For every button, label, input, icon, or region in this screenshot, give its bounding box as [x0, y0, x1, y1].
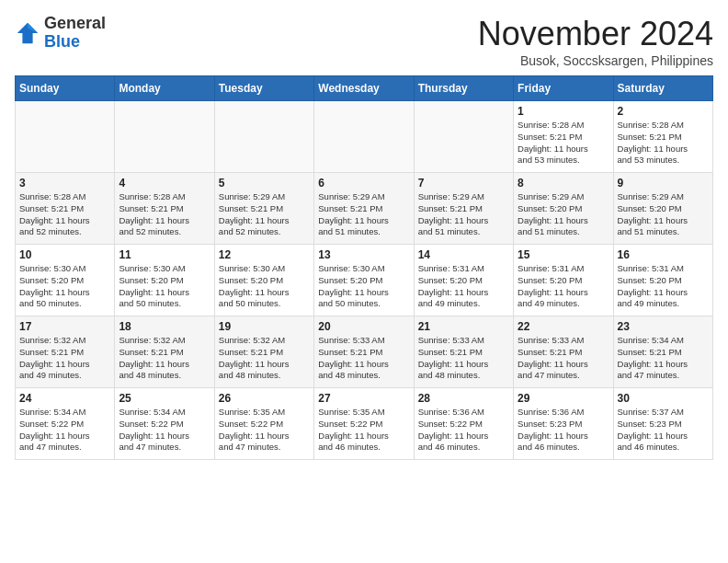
day-info: Sunrise: 5:34 AM Sunset: 5:22 PM Dayligh… — [19, 407, 110, 454]
day-info: Sunrise: 5:31 AM Sunset: 5:20 PM Dayligh… — [518, 263, 609, 310]
calendar-day-cell: 16Sunrise: 5:31 AM Sunset: 5:20 PM Dayli… — [613, 245, 712, 316]
calendar-day-cell: 27Sunrise: 5:35 AM Sunset: 5:22 PM Dayli… — [314, 388, 414, 460]
day-info: Sunrise: 5:32 AM Sunset: 5:21 PM Dayligh… — [19, 335, 110, 382]
day-info: Sunrise: 5:30 AM Sunset: 5:20 PM Dayligh… — [19, 263, 110, 310]
day-info: Sunrise: 5:31 AM Sunset: 5:20 PM Dayligh… — [418, 263, 509, 310]
day-number: 2 — [618, 105, 709, 118]
calendar-day-cell: 12Sunrise: 5:30 AM Sunset: 5:20 PM Dayli… — [214, 245, 313, 316]
calendar-day-cell: 29Sunrise: 5:36 AM Sunset: 5:23 PM Dayli… — [514, 388, 613, 460]
calendar-day-cell: 14Sunrise: 5:31 AM Sunset: 5:20 PM Dayli… — [414, 245, 513, 316]
day-number: 7 — [418, 177, 509, 190]
calendar-day-cell — [414, 101, 513, 173]
day-number: 11 — [119, 248, 210, 261]
day-info: Sunrise: 5:29 AM Sunset: 5:21 PM Dayligh… — [318, 191, 409, 238]
weekday-header: Tuesday — [214, 76, 313, 101]
calendar-day-cell: 17Sunrise: 5:32 AM Sunset: 5:21 PM Dayli… — [16, 316, 115, 388]
calendar-day-cell: 25Sunrise: 5:34 AM Sunset: 5:22 PM Dayli… — [115, 388, 214, 460]
calendar-day-cell: 18Sunrise: 5:32 AM Sunset: 5:21 PM Dayli… — [115, 316, 214, 388]
day-number: 24 — [19, 392, 110, 405]
weekday-header: Monday — [115, 76, 214, 101]
day-number: 13 — [318, 248, 409, 261]
day-number: 27 — [318, 392, 409, 405]
logo-text: General Blue — [44, 15, 106, 52]
day-info: Sunrise: 5:30 AM Sunset: 5:20 PM Dayligh… — [318, 263, 409, 310]
day-number: 5 — [219, 177, 310, 190]
day-number: 21 — [418, 320, 509, 333]
day-number: 18 — [119, 320, 210, 333]
calendar-day-cell: 13Sunrise: 5:30 AM Sunset: 5:20 PM Dayli… — [314, 245, 414, 316]
day-info: Sunrise: 5:29 AM Sunset: 5:21 PM Dayligh… — [418, 191, 509, 238]
day-number: 4 — [119, 177, 210, 190]
day-info: Sunrise: 5:29 AM Sunset: 5:20 PM Dayligh… — [618, 191, 709, 238]
calendar-day-cell — [314, 101, 414, 173]
calendar-day-cell: 23Sunrise: 5:34 AM Sunset: 5:21 PM Dayli… — [613, 316, 712, 388]
day-info: Sunrise: 5:37 AM Sunset: 5:23 PM Dayligh… — [618, 407, 709, 454]
weekday-header-row: SundayMondayTuesdayWednesdayThursdayFrid… — [16, 76, 713, 101]
calendar-day-cell — [16, 101, 115, 173]
logo: General Blue — [15, 15, 106, 52]
day-number: 9 — [618, 177, 709, 190]
day-info: Sunrise: 5:33 AM Sunset: 5:21 PM Dayligh… — [518, 335, 609, 382]
calendar-table: SundayMondayTuesdayWednesdayThursdayFrid… — [15, 75, 713, 460]
calendar-week-row: 10Sunrise: 5:30 AM Sunset: 5:20 PM Dayli… — [16, 245, 713, 316]
calendar-day-cell: 20Sunrise: 5:33 AM Sunset: 5:21 PM Dayli… — [314, 316, 414, 388]
day-number: 10 — [19, 248, 110, 261]
day-number: 28 — [418, 392, 509, 405]
calendar-week-row: 1Sunrise: 5:28 AM Sunset: 5:21 PM Daylig… — [16, 101, 713, 173]
day-number: 26 — [219, 392, 310, 405]
calendar-day-cell: 28Sunrise: 5:36 AM Sunset: 5:22 PM Dayli… — [414, 388, 513, 460]
day-info: Sunrise: 5:29 AM Sunset: 5:21 PM Dayligh… — [219, 191, 310, 238]
location: Busok, Soccsksargen, Philippines — [478, 53, 713, 68]
day-info: Sunrise: 5:28 AM Sunset: 5:21 PM Dayligh… — [19, 191, 110, 238]
calendar-day-cell: 3Sunrise: 5:28 AM Sunset: 5:21 PM Daylig… — [16, 173, 115, 245]
calendar-day-cell: 15Sunrise: 5:31 AM Sunset: 5:20 PM Dayli… — [514, 245, 613, 316]
calendar-day-cell: 1Sunrise: 5:28 AM Sunset: 5:21 PM Daylig… — [514, 101, 613, 173]
day-info: Sunrise: 5:31 AM Sunset: 5:20 PM Dayligh… — [618, 263, 709, 310]
day-info: Sunrise: 5:36 AM Sunset: 5:22 PM Dayligh… — [418, 407, 509, 454]
calendar-day-cell: 30Sunrise: 5:37 AM Sunset: 5:23 PM Dayli… — [613, 388, 712, 460]
day-info: Sunrise: 5:35 AM Sunset: 5:22 PM Dayligh… — [318, 407, 409, 454]
calendar-day-cell: 8Sunrise: 5:29 AM Sunset: 5:20 PM Daylig… — [514, 173, 613, 245]
calendar-day-cell: 6Sunrise: 5:29 AM Sunset: 5:21 PM Daylig… — [314, 173, 414, 245]
weekday-header: Wednesday — [314, 76, 414, 101]
day-number: 20 — [318, 320, 409, 333]
day-info: Sunrise: 5:32 AM Sunset: 5:21 PM Dayligh… — [119, 335, 210, 382]
calendar-day-cell: 22Sunrise: 5:33 AM Sunset: 5:21 PM Dayli… — [514, 316, 613, 388]
calendar-day-cell: 21Sunrise: 5:33 AM Sunset: 5:21 PM Dayli… — [414, 316, 513, 388]
day-info: Sunrise: 5:34 AM Sunset: 5:21 PM Dayligh… — [618, 335, 709, 382]
day-info: Sunrise: 5:35 AM Sunset: 5:22 PM Dayligh… — [219, 407, 310, 454]
weekday-header: Saturday — [613, 76, 712, 101]
day-info: Sunrise: 5:28 AM Sunset: 5:21 PM Dayligh… — [518, 120, 609, 167]
month-title: November 2024 — [478, 15, 713, 53]
calendar-day-cell: 9Sunrise: 5:29 AM Sunset: 5:20 PM Daylig… — [613, 173, 712, 245]
day-number: 16 — [618, 248, 709, 261]
day-number: 22 — [518, 320, 609, 333]
day-number: 29 — [518, 392, 609, 405]
day-number: 23 — [618, 320, 709, 333]
calendar-day-cell: 4Sunrise: 5:28 AM Sunset: 5:21 PM Daylig… — [115, 173, 214, 245]
weekday-header: Thursday — [414, 76, 513, 101]
day-number: 15 — [518, 248, 609, 261]
calendar-day-cell: 7Sunrise: 5:29 AM Sunset: 5:21 PM Daylig… — [414, 173, 513, 245]
day-number: 17 — [19, 320, 110, 333]
calendar-day-cell: 2Sunrise: 5:28 AM Sunset: 5:21 PM Daylig… — [613, 101, 712, 173]
day-number: 25 — [119, 392, 210, 405]
day-number: 1 — [518, 105, 609, 118]
day-info: Sunrise: 5:30 AM Sunset: 5:20 PM Dayligh… — [219, 263, 310, 310]
day-number: 30 — [618, 392, 709, 405]
day-info: Sunrise: 5:34 AM Sunset: 5:22 PM Dayligh… — [119, 407, 210, 454]
day-number: 8 — [518, 177, 609, 190]
day-info: Sunrise: 5:29 AM Sunset: 5:20 PM Dayligh… — [518, 191, 609, 238]
calendar-day-cell: 5Sunrise: 5:29 AM Sunset: 5:21 PM Daylig… — [214, 173, 313, 245]
calendar-week-row: 24Sunrise: 5:34 AM Sunset: 5:22 PM Dayli… — [16, 388, 713, 460]
day-info: Sunrise: 5:36 AM Sunset: 5:23 PM Dayligh… — [518, 407, 609, 454]
day-number: 3 — [19, 177, 110, 190]
day-number: 14 — [418, 248, 509, 261]
day-info: Sunrise: 5:28 AM Sunset: 5:21 PM Dayligh… — [618, 120, 709, 167]
title-area: November 2024 Busok, Soccsksargen, Phili… — [478, 15, 713, 68]
day-info: Sunrise: 5:33 AM Sunset: 5:21 PM Dayligh… — [418, 335, 509, 382]
calendar-day-cell — [115, 101, 214, 173]
day-info: Sunrise: 5:30 AM Sunset: 5:20 PM Dayligh… — [119, 263, 210, 310]
calendar-day-cell: 26Sunrise: 5:35 AM Sunset: 5:22 PM Dayli… — [214, 388, 313, 460]
day-info: Sunrise: 5:32 AM Sunset: 5:21 PM Dayligh… — [219, 335, 310, 382]
